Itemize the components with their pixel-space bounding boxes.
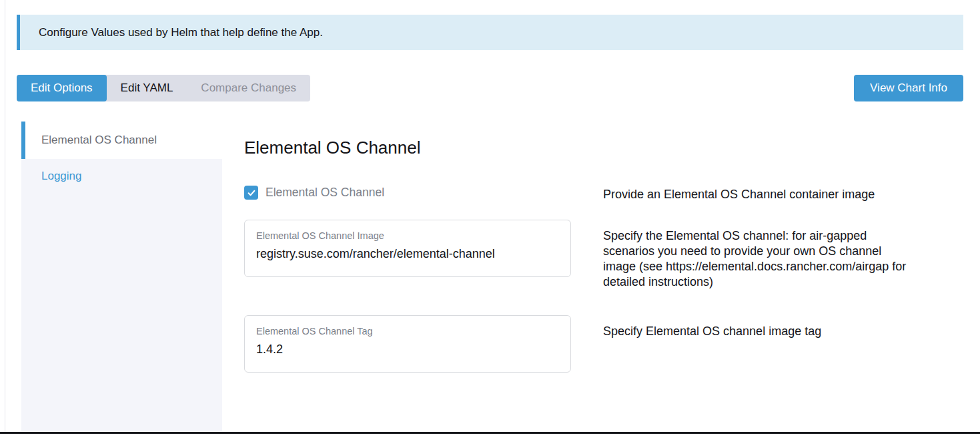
options-sidebar: Elemental OS Channel Logging xyxy=(21,122,222,432)
helm-values-banner: Configure Values used by Helm that help … xyxy=(17,15,963,50)
options-panel: Elemental OS Channel Elemental OS Channe… xyxy=(222,122,963,432)
page-left-divider xyxy=(5,0,5,434)
tab-edit-options-label: Edit Options xyxy=(31,81,93,95)
help-text-channel-image: Specify the Elemental OS channel: for ai… xyxy=(603,220,915,290)
view-chart-info-button[interactable]: View Chart Info xyxy=(854,75,963,101)
sidebar-item-label: Elemental OS Channel xyxy=(41,134,157,147)
form-row-channel-image: Elemental OS Channel Image Specify the E… xyxy=(244,220,963,290)
channel-image-field[interactable]: Elemental OS Channel Image xyxy=(244,220,571,277)
toolbar: Edit Options Edit YAML Compare Changes V… xyxy=(17,75,963,101)
tab-edit-yaml[interactable]: Edit YAML xyxy=(107,75,187,101)
channel-tag-field[interactable]: Elemental OS Channel Tag xyxy=(244,315,571,373)
form-row-channel-tag: Elemental OS Channel Tag Specify Element… xyxy=(244,315,963,373)
channel-tag-field-label: Elemental OS Channel Tag xyxy=(256,325,559,337)
banner-text: Configure Values used by Helm that help … xyxy=(39,26,323,39)
page-title: Elemental OS Channel xyxy=(244,136,963,159)
help-text-checkbox: Provide an Elemental OS Channel containe… xyxy=(603,186,915,202)
tab-edit-options[interactable]: Edit Options xyxy=(17,75,107,101)
channel-tag-input[interactable] xyxy=(256,341,559,357)
content-area: Elemental OS Channel Logging Elemental O… xyxy=(21,122,963,432)
edit-mode-tabs: Edit Options Edit YAML Compare Changes xyxy=(17,75,310,101)
tab-compare-changes-label: Compare Changes xyxy=(201,81,296,95)
channel-image-field-label: Elemental OS Channel Image xyxy=(256,230,559,242)
checkbox-label: Elemental OS Channel xyxy=(266,186,384,200)
channel-image-input[interactable] xyxy=(256,246,559,262)
help-text-channel-tag: Specify Elemental OS channel image tag xyxy=(603,315,915,339)
tab-compare-changes[interactable]: Compare Changes xyxy=(187,75,310,101)
sidebar-item-logging[interactable]: Logging xyxy=(21,159,222,194)
tab-edit-yaml-label: Edit YAML xyxy=(121,81,173,95)
sidebar-item-label: Logging xyxy=(41,170,82,183)
elemental-os-channel-checkbox[interactable]: Elemental OS Channel xyxy=(244,186,571,200)
form-row-checkbox: Elemental OS Channel Provide an Elementa… xyxy=(244,186,963,202)
checkbox-checked-icon xyxy=(244,186,258,200)
form-area: Elemental OS Channel Provide an Elementa… xyxy=(244,186,963,373)
sidebar-item-elemental-os-channel[interactable]: Elemental OS Channel xyxy=(21,122,222,159)
